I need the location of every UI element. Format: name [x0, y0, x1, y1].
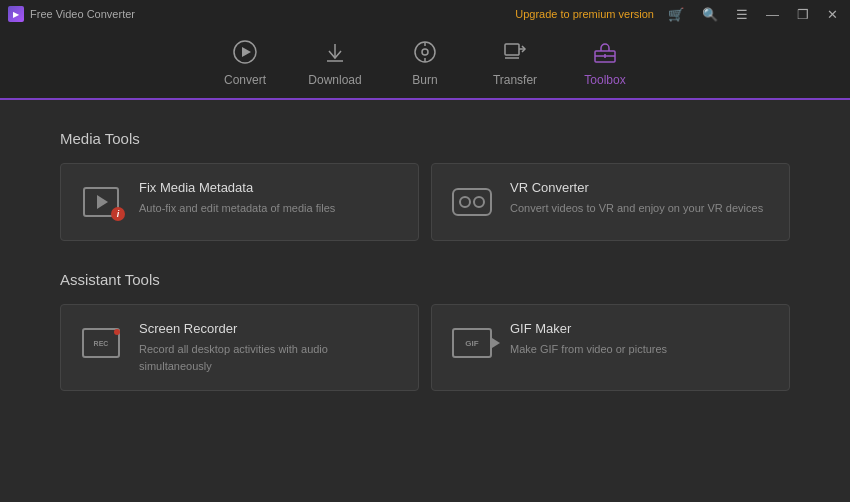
gif-label: GIF: [465, 339, 478, 348]
fix-media-name: Fix Media Metadata: [139, 180, 335, 195]
upgrade-link[interactable]: Upgrade to premium version: [515, 8, 654, 20]
convert-icon: [232, 39, 258, 69]
play-triangle: [97, 195, 108, 209]
screen-recorder-name: Screen Recorder: [139, 321, 400, 336]
screen-recorder-info: Screen Recorder Record all desktop activ…: [139, 321, 400, 374]
app-logo: ▶: [8, 6, 24, 22]
vr-lens-left: [459, 196, 471, 208]
download-icon: [322, 39, 348, 69]
gif-maker-info: GIF Maker Make GIF from video or picture…: [510, 321, 667, 358]
fix-media-icon: i: [83, 187, 119, 217]
fix-media-info: Fix Media Metadata Auto-fix and edit met…: [139, 180, 335, 217]
gif-maker-desc: Make GIF from video or pictures: [510, 341, 667, 358]
vr-info: VR Converter Convert videos to VR and en…: [510, 180, 763, 217]
nav-item-download[interactable]: Download: [290, 27, 380, 99]
rec-dot: [114, 329, 120, 335]
nav-label-convert: Convert: [224, 73, 266, 87]
nav-label-download: Download: [308, 73, 361, 87]
vr-converter-card[interactable]: VR Converter Convert videos to VR and en…: [431, 163, 790, 241]
fix-media-icon-wrap: i: [79, 180, 123, 224]
assistant-tools-grid: REC Screen Recorder Record all desktop a…: [60, 304, 790, 391]
gif-maker-icon: GIF: [452, 328, 492, 358]
restore-button[interactable]: ❒: [793, 5, 813, 24]
screen-recorder-icon: REC: [82, 328, 120, 358]
nav-item-burn[interactable]: Burn: [380, 27, 470, 99]
svg-point-5: [422, 49, 428, 55]
vr-name: VR Converter: [510, 180, 763, 195]
menu-icon[interactable]: ☰: [732, 5, 752, 24]
close-button[interactable]: ✕: [823, 5, 842, 24]
title-bar-left: ▶ Free Video Converter: [8, 6, 135, 22]
gif-box: GIF: [452, 328, 492, 358]
screen-recorder-desc: Record all desktop activities with audio…: [139, 341, 400, 374]
media-tools-title: Media Tools: [60, 130, 790, 147]
rec-label: REC: [94, 340, 109, 347]
svg-rect-8: [505, 44, 519, 55]
gif-maker-icon-wrap: GIF: [450, 321, 494, 365]
main-content: Media Tools i Fix Media Metadata Auto-fi…: [0, 100, 850, 502]
fix-media-desc: Auto-fix and edit metadata of media file…: [139, 200, 335, 217]
media-tools-section: Media Tools i Fix Media Metadata Auto-fi…: [60, 130, 790, 241]
nav-item-transfer[interactable]: Transfer: [470, 27, 560, 99]
media-tools-grid: i Fix Media Metadata Auto-fix and edit m…: [60, 163, 790, 241]
app-title-text: Free Video Converter: [30, 8, 135, 20]
nav-bar: Convert Download Burn: [0, 28, 850, 100]
nav-label-burn: Burn: [412, 73, 437, 87]
nav-item-toolbox[interactable]: Toolbox: [560, 27, 650, 99]
toolbox-icon: [592, 39, 618, 69]
nav-item-convert[interactable]: Convert: [200, 27, 290, 99]
svg-marker-1: [242, 47, 251, 57]
title-bar-right: Upgrade to premium version 🛒 🔍 ☰ — ❒ ✕: [515, 5, 842, 24]
gif-play-tri: [492, 338, 500, 348]
cart-icon[interactable]: 🛒: [664, 5, 688, 24]
gif-maker-name: GIF Maker: [510, 321, 667, 336]
assistant-tools-section: Assistant Tools REC Screen Recorder Reco…: [60, 271, 790, 391]
vr-icon-wrap: [450, 180, 494, 224]
screen-recorder-card[interactable]: REC Screen Recorder Record all desktop a…: [60, 304, 419, 391]
minimize-button[interactable]: —: [762, 5, 783, 24]
burn-icon: [412, 39, 438, 69]
search-icon[interactable]: 🔍: [698, 5, 722, 24]
vr-desc: Convert videos to VR and enjoy on your V…: [510, 200, 763, 217]
vr-lens-right: [473, 196, 485, 208]
transfer-icon: [502, 39, 528, 69]
gif-maker-card[interactable]: GIF GIF Maker Make GIF from video or pic…: [431, 304, 790, 391]
info-badge: i: [111, 207, 125, 221]
assistant-tools-title: Assistant Tools: [60, 271, 790, 288]
nav-label-toolbox: Toolbox: [584, 73, 625, 87]
vr-box: [452, 188, 492, 216]
screen-recorder-icon-wrap: REC: [79, 321, 123, 365]
title-bar: ▶ Free Video Converter Upgrade to premiu…: [0, 0, 850, 28]
fix-media-metadata-card[interactable]: i Fix Media Metadata Auto-fix and edit m…: [60, 163, 419, 241]
nav-label-transfer: Transfer: [493, 73, 537, 87]
vr-icon: [452, 188, 492, 216]
